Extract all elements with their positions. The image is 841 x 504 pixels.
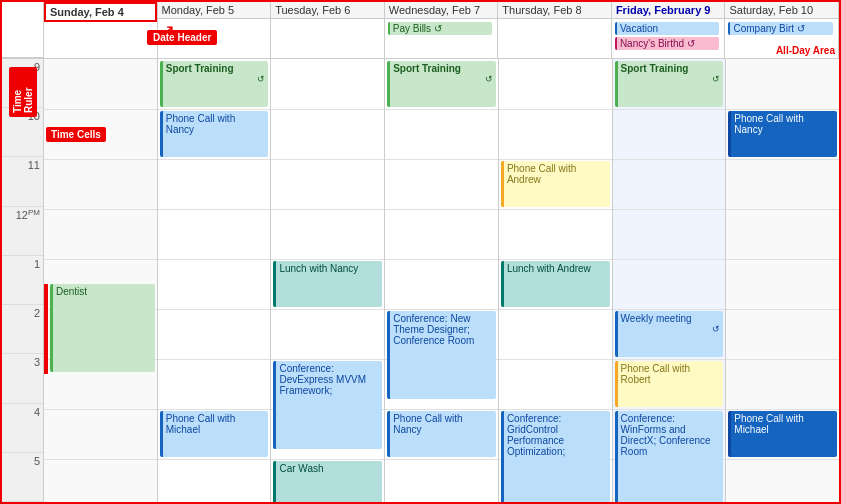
- time-3: 3: [2, 354, 43, 403]
- day-header-wed: Wednesday, Feb 7 Pay Bills ↺: [385, 2, 499, 58]
- time-11: 11: [2, 157, 43, 206]
- event-weekly-meeting-sync: ↺: [621, 324, 721, 334]
- day-title-tue[interactable]: Tuesday, Feb 6: [271, 2, 384, 19]
- allday-cell-fri: Vacation Nancy's Birthd ↺: [612, 19, 725, 55]
- event-call-robert-label: Phone Call with Robert: [621, 363, 721, 385]
- event-sport-wed-label: Sport Training: [393, 63, 493, 74]
- all-day-area-label: All-Day Area: [776, 45, 835, 56]
- time-9: 9: [2, 59, 43, 108]
- day-header-tue: Tuesday, Feb 6: [271, 2, 385, 58]
- event-conf-devexpress[interactable]: Conference: DevExpress MVVM Framework;: [273, 361, 382, 449]
- day-col-tue[interactable]: Lunch with Nancy Conference: DevExpress …: [271, 59, 385, 502]
- event-dentist[interactable]: Dentist: [50, 284, 155, 372]
- time-10: 10: [2, 108, 43, 157]
- day-col-sun[interactable]: Dentist: [44, 59, 158, 502]
- allday-event-vacation[interactable]: Vacation: [615, 22, 720, 35]
- main-area: Time Ruler 9 10 11 12PM 1 2 3 4 5 Time C…: [2, 59, 839, 502]
- time-5: 5: [2, 453, 43, 502]
- event-sport-mon-label: Sport Training: [166, 63, 266, 74]
- days-area: Time Cells Dentist: [44, 59, 839, 502]
- day-title-wed[interactable]: Wednesday, Feb 7: [385, 2, 498, 19]
- event-call-nancy-wed-label: Phone Call with Nancy: [393, 413, 493, 435]
- event-call-michael-sat[interactable]: Phone Call with Michael: [728, 411, 837, 457]
- event-call-nancy-mon[interactable]: Phone Call with Nancy: [160, 111, 269, 157]
- event-call-andrew-label: Phone Call with Andrew: [507, 163, 607, 185]
- time-ruler-header: [2, 2, 44, 58]
- event-sport-fri-sync: ↺: [621, 74, 721, 84]
- event-call-nancy-wed[interactable]: Phone Call with Nancy: [387, 411, 496, 457]
- event-conf-theme-label: Conference: New Theme Designer; Conferen…: [393, 313, 493, 346]
- day-title-sat[interactable]: Saturday, Feb 10: [725, 2, 838, 19]
- event-call-nancy-sat[interactable]: Phone Call with Nancy: [728, 111, 837, 157]
- day-col-thu[interactable]: Phone Call with Andrew Lunch with Andrew…: [499, 59, 613, 502]
- event-carwash[interactable]: Car Wash: [273, 461, 382, 502]
- event-sport-fri[interactable]: Sport Training ↺: [615, 61, 724, 107]
- event-conf-theme[interactable]: Conference: New Theme Designer; Conferen…: [387, 311, 496, 399]
- event-call-andrew[interactable]: Phone Call with Andrew: [501, 161, 610, 207]
- time-1: 1: [2, 256, 43, 305]
- allday-event-nancy-bday[interactable]: Nancy's Birthd ↺: [615, 37, 720, 50]
- time-4: 4: [2, 404, 43, 453]
- day-title-mon[interactable]: Monday, Feb 5: [158, 2, 271, 19]
- event-carwash-label: Car Wash: [279, 463, 379, 474]
- event-conf-winforms[interactable]: Conference: WinForms and DirectX; Confer…: [615, 411, 724, 502]
- event-weekly-meeting-label: Weekly meeting: [621, 313, 721, 324]
- time-ruler-col: Time Ruler 9 10 11 12PM 1 2 3 4 5: [2, 59, 44, 502]
- event-lunch-nancy-tue[interactable]: Lunch with Nancy: [273, 261, 382, 307]
- calendar-container: Sunday, Feb 4 Monday, Feb 5 Tuesday, Feb…: [0, 0, 841, 504]
- event-sport-fri-label: Sport Training: [621, 63, 721, 74]
- day-title-sun[interactable]: Sunday, Feb 4: [44, 2, 157, 22]
- time-cells-label: Time Cells: [46, 127, 106, 142]
- event-call-michael-mon[interactable]: Phone Call with Michael: [160, 411, 269, 457]
- event-sport-wed-sync: ↺: [393, 74, 493, 84]
- event-weekly-meeting[interactable]: Weekly meeting ↺: [615, 311, 724, 357]
- allday-cell-sun: [44, 22, 157, 58]
- event-call-nancy-sat-label: Phone Call with Nancy: [734, 113, 834, 135]
- day-header-sun: Sunday, Feb 4: [44, 2, 158, 58]
- event-sport-wed[interactable]: Sport Training ↺: [387, 61, 496, 107]
- event-conf-grid[interactable]: Conference: GridControl Performance Opti…: [501, 411, 610, 502]
- date-header-label: Date Header: [147, 30, 217, 45]
- day-title-fri[interactable]: Friday, February 9: [612, 2, 725, 19]
- day-col-wed[interactable]: Sport Training ↺ Conference: New Theme D…: [385, 59, 499, 502]
- event-sport-mon-sync: ↺: [166, 74, 266, 84]
- time-12: 12PM: [2, 207, 43, 256]
- allday-cell-tue: [271, 19, 384, 55]
- day-col-sat[interactable]: Phone Call with Nancy Phone Call with Mi…: [726, 59, 839, 502]
- event-lunch-andrew-label: Lunch with Andrew: [507, 263, 607, 274]
- day-header-fri: Friday, February 9 Vacation Nancy's Birt…: [612, 2, 726, 58]
- event-conf-grid-label: Conference: GridControl Performance Opti…: [507, 413, 607, 457]
- event-conf-devexpress-label: Conference: DevExpress MVVM Framework;: [279, 363, 379, 396]
- event-dentist-label: Dentist: [56, 286, 152, 297]
- event-call-michael-sat-label: Phone Call with Michael: [734, 413, 834, 435]
- day-title-thu[interactable]: Thursday, Feb 8: [498, 2, 611, 19]
- event-call-nancy-mon-label: Phone Call with Nancy: [166, 113, 266, 135]
- event-call-michael-mon-label: Phone Call with Michael: [166, 413, 266, 435]
- allday-cell-wed: Pay Bills ↺: [385, 19, 498, 55]
- day-col-fri[interactable]: Sport Training ↺ Weekly meeting ↺ Phone …: [613, 59, 727, 502]
- event-call-robert[interactable]: Phone Call with Robert: [615, 361, 724, 407]
- allday-event-paybills[interactable]: Pay Bills ↺: [388, 22, 493, 35]
- event-conf-winforms-label: Conference: WinForms and DirectX; Confer…: [621, 413, 721, 457]
- allday-event-company-bday[interactable]: Company Birt ↺: [728, 22, 833, 35]
- event-lunch-andrew[interactable]: Lunch with Andrew: [501, 261, 610, 307]
- day-col-mon[interactable]: Sport Training ↺ Phone Call with Nancy P…: [158, 59, 272, 502]
- header-row: Sunday, Feb 4 Monday, Feb 5 Tuesday, Feb…: [2, 2, 839, 59]
- time-2: 2: [2, 305, 43, 354]
- allday-cell-thu: [498, 19, 611, 55]
- event-sport-mon[interactable]: Sport Training ↺: [160, 61, 269, 107]
- day-header-thu: Thursday, Feb 8: [498, 2, 612, 58]
- event-lunch-nancy-tue-label: Lunch with Nancy: [279, 263, 379, 274]
